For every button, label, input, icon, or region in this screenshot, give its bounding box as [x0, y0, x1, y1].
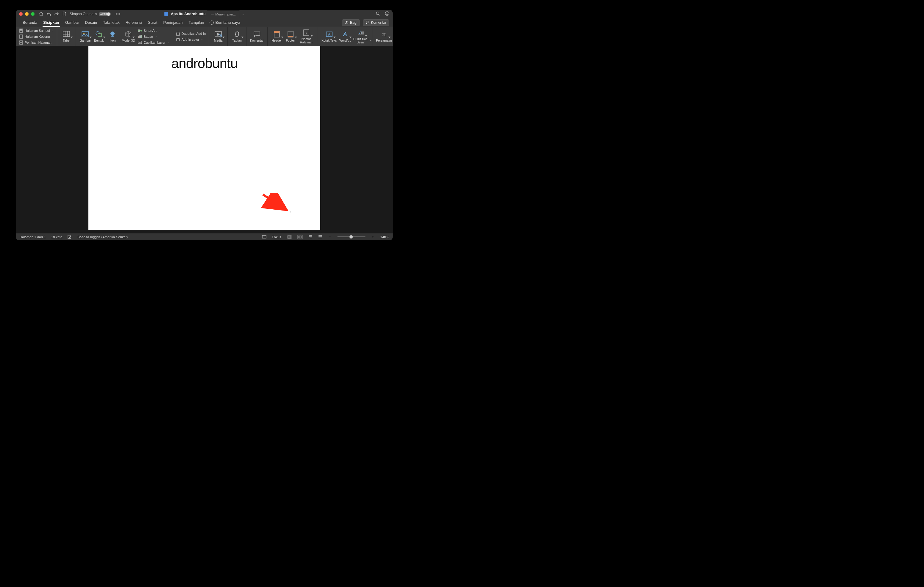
- svg-rect-7: [20, 41, 23, 42]
- screenshot-button[interactable]: Cuplikan Layar⌄: [137, 40, 170, 45]
- page-count[interactable]: Halaman 1 dari 1: [20, 235, 46, 239]
- share-button[interactable]: Bagi: [342, 19, 360, 26]
- document-status: — Menyimpan...: [208, 10, 239, 18]
- chart-button[interactable]: Bagan⌄: [137, 34, 170, 39]
- tab-referensi[interactable]: Referensi: [123, 18, 145, 27]
- window-title[interactable]: Apa itu Androbuntu — Menyimpan... ⌄: [164, 10, 245, 18]
- drop-cap-button[interactable]: AHuruf Awal Besar: [352, 29, 370, 44]
- autosave-pill[interactable]: AKTIF: [99, 12, 111, 16]
- undo-icon[interactable]: [46, 12, 51, 16]
- svg-rect-9: [63, 31, 70, 36]
- footer-button[interactable]: Footer: [284, 30, 297, 42]
- print-layout-view-button[interactable]: [287, 235, 292, 239]
- focus-label[interactable]: Fokus: [272, 235, 281, 239]
- tab-tampilan[interactable]: Tampilan: [186, 18, 207, 27]
- search-icon[interactable]: [375, 11, 380, 17]
- smartart-button[interactable]: SmartArt⌄: [137, 28, 170, 33]
- table-button[interactable]: Tabel: [59, 30, 73, 42]
- zoom-level[interactable]: 148%: [380, 235, 389, 239]
- shapes-button[interactable]: Bentuk: [92, 30, 106, 42]
- document-name: Apa itu Androbuntu: [171, 12, 206, 16]
- close-window-button[interactable]: [19, 12, 23, 16]
- header-button[interactable]: Header: [270, 30, 284, 42]
- svg-text:#: #: [305, 31, 307, 35]
- redo-icon[interactable]: [54, 12, 59, 16]
- links-button[interactable]: Tautan: [230, 30, 244, 42]
- pictures-button[interactable]: Gambar: [78, 30, 92, 42]
- svg-rect-17: [141, 35, 142, 38]
- tab-sisipkan[interactable]: Sisipkan: [40, 18, 62, 27]
- comments-button[interactable]: Komentar: [363, 19, 389, 26]
- smiley-icon[interactable]: [384, 11, 389, 17]
- 3d-models-button[interactable]: Model 3D: [119, 30, 137, 42]
- home-icon[interactable]: [39, 12, 43, 16]
- blank-page-button[interactable]: Halaman Kosong: [18, 34, 54, 39]
- autosave-label: Simpan Otomatis: [70, 12, 97, 16]
- get-addins-button[interactable]: Dapatkan Add-in: [175, 31, 206, 36]
- shapes-icon: [95, 30, 103, 38]
- svg-point-3: [388, 13, 388, 13]
- tab-tata-letak[interactable]: Tata letak: [100, 18, 123, 27]
- web-layout-view-button[interactable]: [297, 235, 303, 239]
- word-count[interactable]: 18 kata: [51, 235, 63, 239]
- page-break-button[interactable]: Pemisah Halaman: [18, 40, 54, 45]
- svg-rect-27: [288, 36, 293, 37]
- svg-text:π: π: [382, 31, 386, 38]
- spellcheck-icon[interactable]: [68, 235, 72, 239]
- svg-point-43: [299, 236, 301, 238]
- autosave-toggle[interactable]: Simpan Otomatis AKTIF: [70, 12, 111, 16]
- puzzle-icon: [176, 38, 180, 42]
- media-button[interactable]: Media: [211, 30, 225, 42]
- ribbon-insert: Halaman Sampul⌄ Halaman Kosong Pemisah H…: [16, 27, 393, 46]
- svg-rect-18: [138, 41, 142, 44]
- textbox-button[interactable]: AKotak Teks: [320, 30, 338, 42]
- footer-icon: [286, 30, 295, 38]
- my-addins-button[interactable]: Add-in saya⌄: [175, 37, 206, 42]
- svg-rect-10: [82, 31, 88, 37]
- svg-rect-19: [177, 33, 180, 35]
- zoom-in-button[interactable]: +: [371, 235, 375, 239]
- svg-rect-39: [68, 235, 71, 238]
- page-number-text: 1: [290, 210, 292, 214]
- language-indicator[interactable]: Bahasa Inggris (Amerika Serikat): [78, 235, 128, 239]
- cover-page-icon: [19, 28, 23, 33]
- tab-surat[interactable]: Surat: [145, 18, 160, 27]
- file-icon[interactable]: [62, 12, 67, 16]
- comment-icon: [253, 30, 261, 38]
- maximize-window-button[interactable]: [31, 12, 35, 16]
- tab-beranda[interactable]: Beranda: [20, 18, 40, 27]
- group-pages: Halaman Sampul⌄ Halaman Kosong Pemisah H…: [16, 27, 57, 46]
- focus-mode-icon[interactable]: [262, 235, 266, 239]
- zoom-out-button[interactable]: −: [328, 235, 332, 239]
- svg-rect-40: [262, 235, 266, 238]
- table-icon: [62, 30, 71, 38]
- chevron-down-icon: ⌄: [242, 13, 244, 16]
- screenshot-icon: [138, 40, 142, 44]
- more-quick-access-icon[interactable]: •••: [116, 12, 121, 16]
- page-number-icon: #: [302, 29, 310, 36]
- comment-button[interactable]: Komentar: [249, 30, 265, 42]
- page-number-button[interactable]: #Nomor Halaman: [297, 29, 315, 44]
- document-canvas[interactable]: androbuntu 1: [16, 46, 393, 233]
- svg-line-38: [263, 194, 282, 207]
- title-bar: Simpan Otomatis AKTIF ••• Apa itu Androb…: [16, 10, 393, 18]
- svg-rect-15: [139, 36, 139, 38]
- icons-button[interactable]: Ikon: [106, 30, 119, 42]
- tell-me-search[interactable]: Beri tahu saya: [210, 20, 240, 25]
- store-icon: [176, 31, 180, 36]
- minimize-window-button[interactable]: [25, 12, 28, 16]
- draft-view-icon[interactable]: [318, 235, 322, 239]
- wordart-button[interactable]: AWordArt: [338, 30, 352, 42]
- svg-rect-5: [20, 30, 22, 30]
- equation-icon: π: [380, 30, 388, 38]
- svg-point-2: [386, 13, 387, 13]
- page: androbuntu 1: [88, 46, 320, 230]
- tab-desain[interactable]: Desain: [82, 18, 100, 27]
- cover-page-button[interactable]: Halaman Sampul⌄: [18, 28, 54, 33]
- tab-peninjauan[interactable]: Peninjauan: [160, 18, 185, 27]
- link-icon: [233, 30, 241, 38]
- outline-view-icon[interactable]: [308, 235, 313, 239]
- tab-gambar[interactable]: Gambar: [62, 18, 82, 27]
- zoom-slider[interactable]: [337, 237, 366, 237]
- equation-button[interactable]: πPersamaan: [375, 30, 393, 42]
